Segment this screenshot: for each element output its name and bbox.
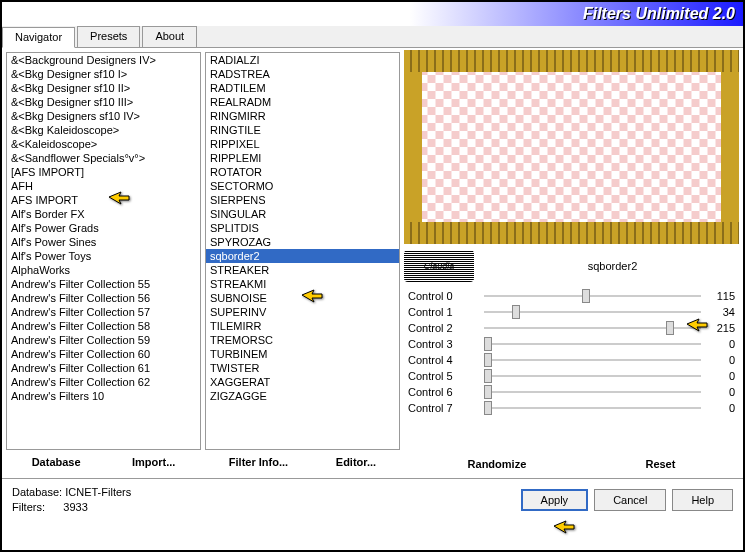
control-value: 0	[707, 402, 735, 414]
category-item[interactable]: &<Bkg Designer sf10 III>	[7, 95, 200, 109]
category-item[interactable]: Andrew's Filter Collection 62	[7, 375, 200, 389]
filter-column: RADIALZIRADSTREARADTILEMREALRADMRINGMIRR…	[205, 52, 400, 474]
slider-thumb[interactable]	[484, 337, 492, 351]
editor-button[interactable]: Editor...	[336, 456, 376, 468]
slider-thumb[interactable]	[484, 353, 492, 367]
category-item[interactable]: Alf's Border FX	[7, 207, 200, 221]
filter-item[interactable]: ZIGZAGGE	[206, 389, 399, 403]
main-panel: &<Background Designers IV>&<Bkg Designer…	[2, 48, 743, 478]
slider-thumb[interactable]	[484, 385, 492, 399]
category-item[interactable]: Andrew's Filter Collection 61	[7, 361, 200, 375]
category-item[interactable]: Andrew's Filter Collection 58	[7, 319, 200, 333]
slider-thumb[interactable]	[512, 305, 520, 319]
filter-item[interactable]: TREMORSC	[206, 333, 399, 347]
category-item[interactable]: &<Bkg Designers sf10 IV>	[7, 109, 200, 123]
filter-item[interactable]: TWISTER	[206, 361, 399, 375]
filter-item[interactable]: RADTILEM	[206, 81, 399, 95]
dialog-buttons: Apply Cancel Help	[521, 489, 733, 511]
category-item[interactable]: &<Kaleidoscope>	[7, 137, 200, 151]
category-list[interactable]: &<Background Designers IV>&<Bkg Designer…	[6, 52, 201, 450]
slider-thumb[interactable]	[666, 321, 674, 335]
slider-thumb[interactable]	[484, 401, 492, 415]
filters-count-value: 3933	[63, 501, 87, 513]
category-item[interactable]: Andrew's Filters 10	[7, 389, 200, 403]
filter-item[interactable]: SINGULAR	[206, 207, 399, 221]
category-item[interactable]: Alf's Power Sines	[7, 235, 200, 249]
filter-item[interactable]: SECTORMO	[206, 179, 399, 193]
slider-thumb[interactable]	[582, 289, 590, 303]
filter-item[interactable]: ROTATOR	[206, 165, 399, 179]
filter-item[interactable]: RADIALZI	[206, 53, 399, 67]
tab-navigator[interactable]: Navigator	[2, 27, 75, 48]
tab-presets[interactable]: Presets	[77, 26, 140, 47]
category-item[interactable]: &<Bkg Designer sf10 I>	[7, 67, 200, 81]
control-slider[interactable]	[484, 337, 701, 351]
controls-panel: Control 0115Control 134Control 2215Contr…	[404, 288, 739, 454]
filter-list[interactable]: RADIALZIRADSTREARADTILEMREALRADMRINGMIRR…	[205, 52, 400, 450]
filter-item[interactable]: TILEMIRR	[206, 319, 399, 333]
category-item[interactable]: AFS IMPORT	[7, 193, 200, 207]
filter-item[interactable]: STREAKMI	[206, 277, 399, 291]
filter-item[interactable]: RIPPIXEL	[206, 137, 399, 151]
control-slider[interactable]	[484, 369, 701, 383]
category-item[interactable]: &<Bkg Designer sf10 II>	[7, 81, 200, 95]
filter-item[interactable]: SUBNOISE	[206, 291, 399, 305]
category-item[interactable]: Andrew's Filter Collection 60	[7, 347, 200, 361]
database-button[interactable]: Database	[32, 456, 81, 468]
control-label: Control 5	[408, 370, 478, 382]
reset-button[interactable]: Reset	[645, 458, 675, 470]
control-row: Control 60	[404, 384, 739, 400]
control-label: Control 2	[408, 322, 478, 334]
control-slider[interactable]	[484, 305, 701, 319]
filter-item[interactable]: STREAKER	[206, 263, 399, 277]
filter-item[interactable]: RINGMIRR	[206, 109, 399, 123]
filter-item[interactable]: SPYROZAG	[206, 235, 399, 249]
filter-item[interactable]: sqborder2	[206, 249, 399, 263]
cancel-button[interactable]: Cancel	[594, 489, 666, 511]
tab-about[interactable]: About	[142, 26, 197, 47]
filter-item[interactable]: RADSTREA	[206, 67, 399, 81]
apply-button[interactable]: Apply	[521, 489, 589, 511]
filter-item[interactable]: RIPPLEMI	[206, 151, 399, 165]
filter-item[interactable]: TURBINEM	[206, 347, 399, 361]
filter-info-button[interactable]: Filter Info...	[229, 456, 288, 468]
category-item[interactable]: Alf's Power Toys	[7, 249, 200, 263]
filter-item[interactable]: SUPERINV	[206, 305, 399, 319]
filter-item[interactable]: RINGTILE	[206, 123, 399, 137]
slider-thumb[interactable]	[484, 369, 492, 383]
category-item[interactable]: Alf's Power Grads	[7, 221, 200, 235]
control-value: 0	[707, 354, 735, 366]
tab-bar: Navigator Presets About	[2, 26, 743, 48]
control-slider[interactable]	[484, 401, 701, 415]
control-label: Control 6	[408, 386, 478, 398]
control-slider[interactable]	[484, 289, 701, 303]
category-item[interactable]: [AFS IMPORT]	[7, 165, 200, 179]
randomize-button[interactable]: Randomize	[468, 458, 527, 470]
control-row: Control 0115	[404, 288, 739, 304]
category-item[interactable]: Andrew's Filter Collection 59	[7, 333, 200, 347]
category-item[interactable]: &<Sandflower Specials°v°>	[7, 151, 200, 165]
titlebar: Filters Unlimited 2.0	[2, 2, 743, 26]
control-label: Control 3	[408, 338, 478, 350]
import-button[interactable]: Import...	[132, 456, 175, 468]
filter-item[interactable]: XAGGERAT	[206, 375, 399, 389]
control-slider[interactable]	[484, 353, 701, 367]
help-button[interactable]: Help	[672, 489, 733, 511]
category-item[interactable]: &<Background Designers IV>	[7, 53, 200, 67]
category-item[interactable]: AlphaWorks	[7, 263, 200, 277]
filter-item[interactable]: REALRADM	[206, 95, 399, 109]
filter-item[interactable]: SPLITDIS	[206, 221, 399, 235]
preview-image	[404, 52, 739, 242]
preview-column: Claudia sqborder2 Control 0115Control 13…	[404, 52, 739, 474]
category-item[interactable]: &<Bkg Kaleidoscope>	[7, 123, 200, 137]
control-value: 115	[707, 290, 735, 302]
category-item[interactable]: Andrew's Filter Collection 57	[7, 305, 200, 319]
category-item[interactable]: Andrew's Filter Collection 56	[7, 291, 200, 305]
control-slider[interactable]	[484, 385, 701, 399]
control-value: 34	[707, 306, 735, 318]
control-row: Control 2215	[404, 320, 739, 336]
category-item[interactable]: Andrew's Filter Collection 55	[7, 277, 200, 291]
category-item[interactable]: AFH	[7, 179, 200, 193]
control-slider[interactable]	[484, 321, 701, 335]
filter-item[interactable]: SIERPENS	[206, 193, 399, 207]
